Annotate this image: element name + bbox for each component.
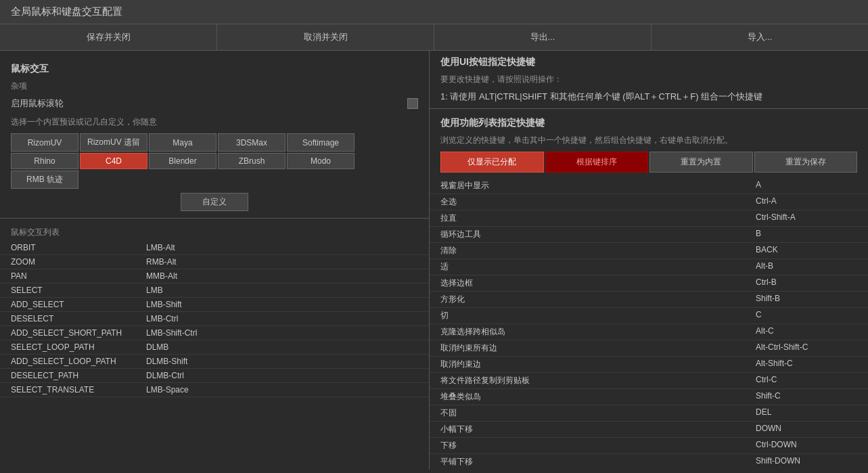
shortcut-name: 下移: [440, 440, 756, 451]
shortcut-key: Ctrl-Shift-A: [756, 212, 857, 224]
mouse-scroll-row: 启用鼠标滚轮: [0, 95, 429, 112]
shortcut-name: 克隆选择跨相似岛: [440, 326, 756, 338]
shortcut-key: DEL: [756, 407, 857, 419]
mouse-interaction-title: 鼠标交互: [0, 58, 429, 78]
interaction-name: ADD_SELECT_LOOP_PATH: [11, 357, 146, 366]
save-close-button[interactable]: 保存并关闭: [0, 24, 217, 50]
shortcut-key: B: [756, 229, 857, 240]
interaction-name: SELECT_LOOP_PATH: [11, 342, 146, 352]
shortcut-name: 小幅下移: [440, 424, 756, 435]
interaction-key: LMB-Space: [146, 385, 189, 395]
main-content: 鼠标交互 杂项 启用鼠标滚轮 选择一个内置预设或记几自定义，你随意 RizomU…: [0, 51, 868, 470]
interaction-row[interactable]: ADD_SELECT_LOOP_PATHDLMB-Shift: [0, 355, 429, 369]
mouse-scroll-checkbox[interactable]: [407, 98, 418, 109]
shortcut-key: Ctrl-A: [756, 196, 857, 208]
custom-row: 自定义: [0, 192, 429, 212]
shortcut-name: 取消约束所有边: [440, 342, 756, 354]
preset-rizomuv[interactable]: RizomUV: [11, 133, 78, 152]
cancel-close-button[interactable]: 取消并关闭: [217, 24, 434, 50]
shortcut-name: 适: [440, 261, 756, 273]
shortcut-key: Alt-Shift-C: [756, 359, 857, 370]
shortcut-hint: 要更改快捷键，请按照说明操作：: [430, 71, 868, 88]
shortcut-name: 方形化: [440, 294, 756, 305]
shortcut-row[interactable]: 视窗居中显示A: [430, 178, 868, 194]
preset-rhino[interactable]: Rhino: [11, 153, 78, 169]
divider-1: [0, 218, 429, 219]
interaction-name: ADD_SELECT: [11, 300, 146, 309]
interaction-name: SELECT_TRANSLATE: [11, 385, 146, 395]
shortcut-row[interactable]: 全选Ctrl-A: [430, 194, 868, 210]
reset-saved-button[interactable]: 重置为保存: [754, 152, 858, 173]
shortcut-row[interactable]: 下移Ctrl-DOWN: [430, 438, 868, 454]
custom-button[interactable]: 自定义: [181, 193, 248, 211]
interaction-key: LMB: [146, 286, 163, 295]
preset-rizomuv-legacy[interactable]: RizomUV 遗留: [80, 133, 147, 152]
shortcut-row[interactable]: 取消约束边Alt-Shift-C: [430, 357, 868, 373]
preset-softimage[interactable]: Softimage: [287, 133, 355, 152]
shortcut-list-container[interactable]: 视窗居中显示A全选Ctrl-A拉直Ctrl-Shift-A循环边工具B清除BAC…: [430, 178, 868, 470]
shortcut-row[interactable]: 切C: [430, 308, 868, 324]
shortcut-row[interactable]: 将文件路径复制到剪贴板Ctrl-C: [430, 373, 868, 389]
left-panel: 鼠标交互 杂项 启用鼠标滚轮 选择一个内置预设或记几自定义，你随意 RizomU…: [0, 51, 430, 470]
ui-shortcut-title: 使用UI按钮指定快捷键: [430, 51, 868, 71]
interaction-list-title: 鼠标交互列表: [0, 224, 429, 241]
shortcut-row[interactable]: 平铺下移Shift-DOWN: [430, 454, 868, 470]
shortcut-key: Ctrl-B: [756, 277, 857, 289]
right-panel: 使用UI按钮指定快捷键 要更改快捷键，请按照说明操作： 1: 请使用 ALT|C…: [430, 51, 868, 470]
shortcut-name: 取消约束边: [440, 359, 756, 370]
shortcut-name: 全选: [440, 196, 756, 208]
sort-by-key-button[interactable]: 根据键排序: [545, 152, 649, 173]
shortcut-name: 切: [440, 310, 756, 321]
action-buttons: 仅显示已分配 根据键排序 重置为内置 重置为保存: [430, 149, 868, 175]
shortcut-row[interactable]: 小幅下移DOWN: [430, 422, 868, 438]
title-bar: 全局鼠标和键盘交互配置: [0, 0, 868, 24]
misc-label: 杂项: [0, 78, 429, 95]
interaction-row[interactable]: SELECTLMB: [0, 284, 429, 298]
interaction-row[interactable]: ZOOMRMB-Alt: [0, 255, 429, 269]
preset-maya[interactable]: Maya: [149, 133, 216, 152]
interaction-row[interactable]: DESELECT_PATHDLMB-Ctrl: [0, 369, 429, 383]
export-button[interactable]: 导出...: [434, 24, 652, 50]
interaction-key: MMB-Alt: [146, 271, 177, 281]
preset-modo[interactable]: Modo: [287, 153, 355, 169]
preset-grid: RizomUV RizomUV 遗留 Maya 3DSMax Softimage…: [0, 131, 429, 192]
shortcut-name: 平铺下移: [440, 456, 756, 468]
shortcut-row[interactable]: 清除BACK: [430, 243, 868, 259]
interaction-key: LMB-Shift: [146, 300, 182, 309]
show-assigned-button[interactable]: 仅显示已分配: [440, 152, 544, 173]
mouse-scroll-label: 启用鼠标滚轮: [11, 97, 407, 110]
shortcut-row[interactable]: 选择边框Ctrl-B: [430, 275, 868, 292]
shortcut-row[interactable]: 取消约束所有边Alt-Ctrl-Shift-C: [430, 340, 868, 357]
import-button[interactable]: 导入...: [652, 24, 868, 50]
reset-builtin-button[interactable]: 重置为内置: [649, 152, 753, 173]
preset-rmb[interactable]: RMB 轨迹: [11, 171, 78, 189]
shortcut-key: Alt-C: [756, 326, 857, 338]
function-shortcut-title: 使用功能列表指定快捷键: [430, 114, 868, 132]
preset-blender[interactable]: Blender: [149, 153, 216, 169]
shortcut-list: 视窗居中显示A全选Ctrl-A拉直Ctrl-Shift-A循环边工具B清除BAC…: [430, 178, 868, 470]
interaction-row[interactable]: PANMMB-Alt: [0, 269, 429, 284]
interaction-row[interactable]: SELECT_LOOP_PATHDLMB: [0, 340, 429, 355]
shortcut-key: Shift-DOWN: [756, 456, 857, 468]
shortcut-row[interactable]: 循环边工具B: [430, 227, 868, 243]
interaction-row[interactable]: ADD_SELECT_SHORT_PATHLMB-Shift-Ctrl: [0, 326, 429, 340]
browse-hint: 浏览定义的快捷键，单击其中一个快捷键，然后组合快捷键，右键单击取消分配。: [430, 132, 868, 149]
interaction-row[interactable]: ADD_SELECTLMB-Shift: [0, 298, 429, 312]
interaction-row[interactable]: SELECT_TRANSLATELMB-Space: [0, 383, 429, 397]
shortcut-row[interactable]: 不固DEL: [430, 405, 868, 422]
shortcut-row[interactable]: 拉直Ctrl-Shift-A: [430, 210, 868, 227]
shortcut-key: Ctrl-DOWN: [756, 440, 857, 451]
shortcut-row[interactable]: 堆叠类似岛Shift-C: [430, 389, 868, 405]
shortcut-row[interactable]: 适Alt-B: [430, 259, 868, 275]
interaction-row[interactable]: ORBITLMB-Alt: [0, 241, 429, 255]
interaction-row[interactable]: DESELECTLMB-Ctrl: [0, 312, 429, 326]
preset-3dsmax[interactable]: 3DSMax: [218, 133, 285, 152]
shortcut-key: Alt-B: [756, 261, 857, 273]
preset-zbrush[interactable]: ZBrush: [218, 153, 285, 169]
preset-c4d[interactable]: C4D: [80, 153, 147, 169]
shortcut-row[interactable]: 方形化Shift-B: [430, 292, 868, 308]
preset-hint: 选择一个内置预设或记几自定义，你随意: [0, 112, 429, 131]
shortcut-row[interactable]: 克隆选择跨相似岛Alt-C: [430, 324, 868, 340]
toolbar: 保存并关闭 取消并关闭 导出... 导入...: [0, 24, 868, 51]
shortcut-key: A: [756, 180, 857, 192]
